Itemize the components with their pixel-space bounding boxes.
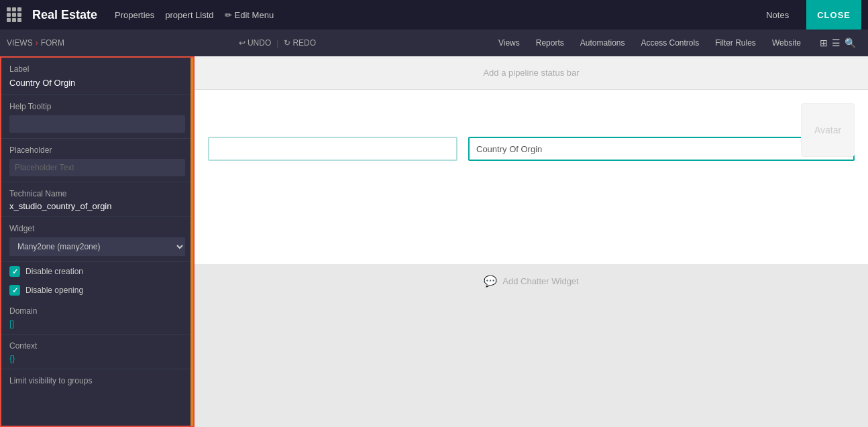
technical-name-group: Technical Name x_studio_country_of_orgin: [1, 182, 193, 217]
undo-redo-group: ↩ UNDO | ↻ REDO: [239, 38, 316, 48]
widget-group: Widget Many2one (many2one): [1, 217, 193, 262]
undo-button[interactable]: ↩ UNDO: [239, 38, 271, 48]
list-view-icon[interactable]: ☰: [832, 38, 840, 48]
edit-menu-button[interactable]: ✏ Edit Menu: [225, 10, 274, 20]
sub-nav-views[interactable]: Views: [490, 29, 528, 56]
grid-icon[interactable]: [7, 7, 21, 22]
notes-button[interactable]: Notes: [759, 10, 796, 20]
widget-label: Widget: [9, 224, 185, 233]
empty-field[interactable]: [208, 137, 457, 161]
disable-opening-row: Disable opening: [1, 281, 193, 300]
disable-opening-label: Disable opening: [25, 286, 83, 295]
technical-name-value: x_studio_country_of_orgin: [9, 201, 185, 211]
domain-label: Domain: [9, 306, 185, 316]
breadcrumb-form[interactable]: FORM: [41, 38, 64, 48]
main-layout: Label Country Of Orgin Help Tooltip Plac…: [0, 56, 868, 427]
country-field[interactable]: Country Of Orgin: [468, 137, 855, 161]
card-view-icon[interactable]: ⊞: [820, 38, 828, 48]
form-row: Country Of Orgin: [208, 137, 855, 161]
close-button[interactable]: CLOSE: [806, 0, 861, 29]
sub-nav: Views Reports Automations Access Control…: [490, 29, 809, 56]
context-value[interactable]: {}: [9, 353, 185, 363]
navbar: Real Estate Properties propert Listd ✏ E…: [0, 0, 868, 29]
domain-group: Domain []: [1, 300, 193, 334]
disable-creation-label: Disable creation: [25, 267, 83, 276]
sub-nav-filter-rules[interactable]: Filter Rules: [707, 29, 764, 56]
placeholder-input[interactable]: [9, 159, 185, 176]
chatter-bar-text: 💬 Add Chatter Widget: [484, 275, 578, 288]
disable-creation-checkbox[interactable]: [9, 266, 20, 277]
help-tooltip-input[interactable]: [9, 115, 185, 133]
context-group: Context {}: [1, 334, 193, 369]
properties-sidebar: Label Country Of Orgin Help Tooltip Plac…: [0, 56, 195, 427]
sub-nav-access-controls[interactable]: Access Controls: [633, 29, 707, 56]
placeholder-label: Placeholder: [9, 145, 185, 155]
placeholder-group: Placeholder: [1, 139, 193, 182]
breadcrumb-views[interactable]: VIEWS: [7, 38, 33, 48]
context-label: Context: [9, 341, 185, 351]
sidebar-accent-bar: [191, 58, 193, 426]
pipeline-bar-text: Add a pipeline status bar: [483, 68, 579, 78]
nav-propert-listd[interactable]: propert Listd: [165, 10, 213, 20]
technical-name-label: Technical Name: [9, 189, 185, 198]
main-content: Add a pipeline status bar Avatar Country…: [195, 56, 868, 427]
sub-nav-reports[interactable]: Reports: [528, 29, 572, 56]
widget-select[interactable]: Many2one (many2one): [9, 237, 185, 256]
help-tooltip-group: Help Tooltip: [1, 95, 193, 139]
sub-nav-automations[interactable]: Automations: [572, 29, 633, 56]
subtoolbar: VIEWS › FORM ↩ UNDO | ↻ REDO Views Repor…: [0, 29, 868, 56]
nav-properties[interactable]: Properties: [115, 10, 154, 20]
disable-creation-row: Disable creation: [1, 262, 193, 281]
sub-nav-icons: ⊞ ☰ 🔍: [814, 38, 861, 48]
limit-visibility-label: Limit visibility to groups: [1, 369, 193, 389]
help-tooltip-label: Help Tooltip: [9, 102, 185, 111]
form-area: Avatar Country Of Orgin: [195, 90, 868, 264]
sub-nav-website[interactable]: Website: [764, 29, 809, 56]
pencil-icon: ✏: [225, 10, 232, 20]
label-field-value: Country Of Orgin: [9, 76, 185, 89]
pipeline-bar[interactable]: Add a pipeline status bar: [195, 56, 868, 90]
domain-value[interactable]: []: [9, 318, 185, 328]
redo-button[interactable]: ↻ REDO: [284, 38, 316, 48]
breadcrumb: VIEWS › FORM: [7, 38, 64, 48]
avatar: Avatar: [801, 103, 855, 157]
label-group: Label Country Of Orgin: [1, 58, 193, 95]
chatter-icon: 💬: [484, 275, 497, 288]
chatter-bar[interactable]: 💬 Add Chatter Widget: [195, 264, 868, 298]
breadcrumb-separator: ›: [36, 38, 38, 48]
disable-opening-checkbox[interactable]: [9, 285, 20, 296]
undo-redo-divider: |: [276, 38, 278, 48]
app-title: Real Estate: [32, 8, 97, 22]
label-field-label: Label: [9, 64, 185, 74]
search-icon[interactable]: 🔍: [845, 38, 856, 48]
